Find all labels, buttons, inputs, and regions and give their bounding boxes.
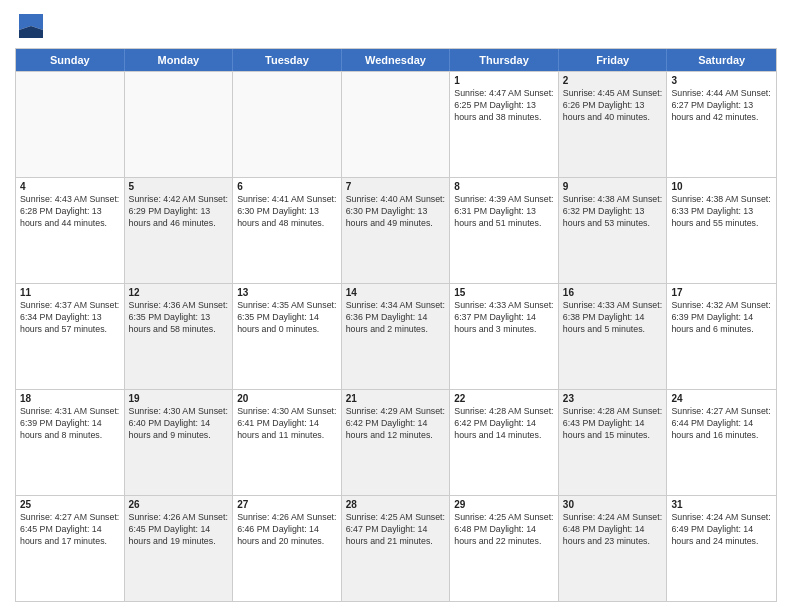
day-info: Sunrise: 4:34 AM Sunset: 6:36 PM Dayligh…: [346, 300, 446, 336]
cal-cell-1: 1Sunrise: 4:47 AM Sunset: 6:25 PM Daylig…: [450, 72, 559, 177]
cal-cell-27: 27Sunrise: 4:26 AM Sunset: 6:46 PM Dayli…: [233, 496, 342, 601]
day-info: Sunrise: 4:41 AM Sunset: 6:30 PM Dayligh…: [237, 194, 337, 230]
week-row-5: 25Sunrise: 4:27 AM Sunset: 6:45 PM Dayli…: [16, 495, 776, 601]
day-info: Sunrise: 4:42 AM Sunset: 6:29 PM Dayligh…: [129, 194, 229, 230]
cal-cell-24: 24Sunrise: 4:27 AM Sunset: 6:44 PM Dayli…: [667, 390, 776, 495]
day-info: Sunrise: 4:27 AM Sunset: 6:44 PM Dayligh…: [671, 406, 772, 442]
cal-cell-empty-1: [125, 72, 234, 177]
cal-cell-20: 20Sunrise: 4:30 AM Sunset: 6:41 PM Dayli…: [233, 390, 342, 495]
day-number: 1: [454, 75, 554, 86]
day-info: Sunrise: 4:32 AM Sunset: 6:39 PM Dayligh…: [671, 300, 772, 336]
day-info: Sunrise: 4:28 AM Sunset: 6:42 PM Dayligh…: [454, 406, 554, 442]
day-info: Sunrise: 4:31 AM Sunset: 6:39 PM Dayligh…: [20, 406, 120, 442]
cal-cell-14: 14Sunrise: 4:34 AM Sunset: 6:36 PM Dayli…: [342, 284, 451, 389]
day-number: 26: [129, 499, 229, 510]
page: SundayMondayTuesdayWednesdayThursdayFrid…: [0, 0, 792, 612]
day-number: 6: [237, 181, 337, 192]
day-number: 10: [671, 181, 772, 192]
cal-cell-29: 29Sunrise: 4:25 AM Sunset: 6:48 PM Dayli…: [450, 496, 559, 601]
cal-cell-28: 28Sunrise: 4:25 AM Sunset: 6:47 PM Dayli…: [342, 496, 451, 601]
day-info: Sunrise: 4:28 AM Sunset: 6:43 PM Dayligh…: [563, 406, 663, 442]
week-row-3: 11Sunrise: 4:37 AM Sunset: 6:34 PM Dayli…: [16, 283, 776, 389]
day-number: 31: [671, 499, 772, 510]
day-info: Sunrise: 4:24 AM Sunset: 6:49 PM Dayligh…: [671, 512, 772, 548]
day-info: Sunrise: 4:29 AM Sunset: 6:42 PM Dayligh…: [346, 406, 446, 442]
day-number: 27: [237, 499, 337, 510]
cal-cell-15: 15Sunrise: 4:33 AM Sunset: 6:37 PM Dayli…: [450, 284, 559, 389]
day-info: Sunrise: 4:40 AM Sunset: 6:30 PM Dayligh…: [346, 194, 446, 230]
cal-cell-5: 5Sunrise: 4:42 AM Sunset: 6:29 PM Daylig…: [125, 178, 234, 283]
weekday-header-tuesday: Tuesday: [233, 49, 342, 71]
cal-cell-empty-2: [233, 72, 342, 177]
day-number: 15: [454, 287, 554, 298]
day-number: 29: [454, 499, 554, 510]
weekday-header-friday: Friday: [559, 49, 668, 71]
day-number: 5: [129, 181, 229, 192]
day-info: Sunrise: 4:25 AM Sunset: 6:48 PM Dayligh…: [454, 512, 554, 548]
day-number: 13: [237, 287, 337, 298]
day-number: 3: [671, 75, 772, 86]
week-row-2: 4Sunrise: 4:43 AM Sunset: 6:28 PM Daylig…: [16, 177, 776, 283]
cal-cell-21: 21Sunrise: 4:29 AM Sunset: 6:42 PM Dayli…: [342, 390, 451, 495]
day-info: Sunrise: 4:45 AM Sunset: 6:26 PM Dayligh…: [563, 88, 663, 124]
cal-cell-16: 16Sunrise: 4:33 AM Sunset: 6:38 PM Dayli…: [559, 284, 668, 389]
day-info: Sunrise: 4:37 AM Sunset: 6:34 PM Dayligh…: [20, 300, 120, 336]
cal-cell-4: 4Sunrise: 4:43 AM Sunset: 6:28 PM Daylig…: [16, 178, 125, 283]
day-info: Sunrise: 4:36 AM Sunset: 6:35 PM Dayligh…: [129, 300, 229, 336]
cal-cell-2: 2Sunrise: 4:45 AM Sunset: 6:26 PM Daylig…: [559, 72, 668, 177]
cal-cell-3: 3Sunrise: 4:44 AM Sunset: 6:27 PM Daylig…: [667, 72, 776, 177]
week-row-1: 1Sunrise: 4:47 AM Sunset: 6:25 PM Daylig…: [16, 71, 776, 177]
day-number: 30: [563, 499, 663, 510]
cal-cell-19: 19Sunrise: 4:30 AM Sunset: 6:40 PM Dayli…: [125, 390, 234, 495]
day-number: 12: [129, 287, 229, 298]
day-number: 14: [346, 287, 446, 298]
weekday-header-thursday: Thursday: [450, 49, 559, 71]
day-info: Sunrise: 4:39 AM Sunset: 6:31 PM Dayligh…: [454, 194, 554, 230]
day-number: 7: [346, 181, 446, 192]
day-number: 9: [563, 181, 663, 192]
cal-cell-23: 23Sunrise: 4:28 AM Sunset: 6:43 PM Dayli…: [559, 390, 668, 495]
calendar-body: 1Sunrise: 4:47 AM Sunset: 6:25 PM Daylig…: [16, 71, 776, 601]
cal-cell-10: 10Sunrise: 4:38 AM Sunset: 6:33 PM Dayli…: [667, 178, 776, 283]
weekday-header-wednesday: Wednesday: [342, 49, 451, 71]
day-number: 2: [563, 75, 663, 86]
cal-cell-12: 12Sunrise: 4:36 AM Sunset: 6:35 PM Dayli…: [125, 284, 234, 389]
logo-icon: [15, 10, 47, 42]
day-info: Sunrise: 4:33 AM Sunset: 6:38 PM Dayligh…: [563, 300, 663, 336]
day-number: 18: [20, 393, 120, 404]
logo: [15, 10, 47, 42]
cal-cell-11: 11Sunrise: 4:37 AM Sunset: 6:34 PM Dayli…: [16, 284, 125, 389]
day-info: Sunrise: 4:44 AM Sunset: 6:27 PM Dayligh…: [671, 88, 772, 124]
calendar-header: SundayMondayTuesdayWednesdayThursdayFrid…: [16, 49, 776, 71]
cal-cell-8: 8Sunrise: 4:39 AM Sunset: 6:31 PM Daylig…: [450, 178, 559, 283]
day-info: Sunrise: 4:26 AM Sunset: 6:45 PM Dayligh…: [129, 512, 229, 548]
cal-cell-13: 13Sunrise: 4:35 AM Sunset: 6:35 PM Dayli…: [233, 284, 342, 389]
day-number: 8: [454, 181, 554, 192]
day-number: 11: [20, 287, 120, 298]
cal-cell-9: 9Sunrise: 4:38 AM Sunset: 6:32 PM Daylig…: [559, 178, 668, 283]
day-number: 25: [20, 499, 120, 510]
day-info: Sunrise: 4:38 AM Sunset: 6:33 PM Dayligh…: [671, 194, 772, 230]
cal-cell-7: 7Sunrise: 4:40 AM Sunset: 6:30 PM Daylig…: [342, 178, 451, 283]
cal-cell-26: 26Sunrise: 4:26 AM Sunset: 6:45 PM Dayli…: [125, 496, 234, 601]
day-info: Sunrise: 4:27 AM Sunset: 6:45 PM Dayligh…: [20, 512, 120, 548]
day-number: 19: [129, 393, 229, 404]
day-number: 23: [563, 393, 663, 404]
day-number: 24: [671, 393, 772, 404]
day-info: Sunrise: 4:30 AM Sunset: 6:41 PM Dayligh…: [237, 406, 337, 442]
cal-cell-17: 17Sunrise: 4:32 AM Sunset: 6:39 PM Dayli…: [667, 284, 776, 389]
cal-cell-empty-3: [342, 72, 451, 177]
header: [15, 10, 777, 42]
cal-cell-31: 31Sunrise: 4:24 AM Sunset: 6:49 PM Dayli…: [667, 496, 776, 601]
cal-cell-6: 6Sunrise: 4:41 AM Sunset: 6:30 PM Daylig…: [233, 178, 342, 283]
day-info: Sunrise: 4:47 AM Sunset: 6:25 PM Dayligh…: [454, 88, 554, 124]
day-number: 21: [346, 393, 446, 404]
day-number: 28: [346, 499, 446, 510]
day-info: Sunrise: 4:35 AM Sunset: 6:35 PM Dayligh…: [237, 300, 337, 336]
day-info: Sunrise: 4:25 AM Sunset: 6:47 PM Dayligh…: [346, 512, 446, 548]
week-row-4: 18Sunrise: 4:31 AM Sunset: 6:39 PM Dayli…: [16, 389, 776, 495]
cal-cell-25: 25Sunrise: 4:27 AM Sunset: 6:45 PM Dayli…: [16, 496, 125, 601]
day-number: 17: [671, 287, 772, 298]
day-number: 22: [454, 393, 554, 404]
day-info: Sunrise: 4:43 AM Sunset: 6:28 PM Dayligh…: [20, 194, 120, 230]
